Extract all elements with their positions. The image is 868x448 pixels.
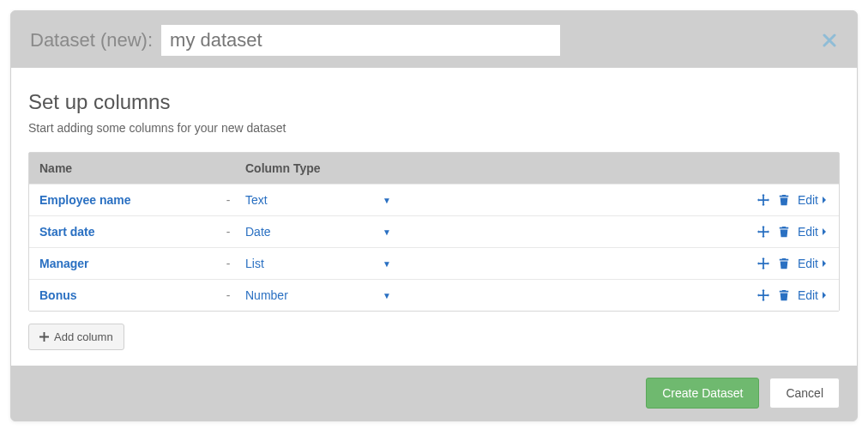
trash-icon xyxy=(778,289,790,301)
close-icon xyxy=(823,33,836,47)
table-header: Name Column Type xyxy=(29,153,839,184)
edit-button[interactable]: Edit xyxy=(798,193,829,207)
trash-icon xyxy=(778,194,790,206)
trash-icon xyxy=(778,226,790,238)
move-handle[interactable] xyxy=(756,193,770,207)
column-type-select[interactable]: Number xyxy=(245,288,383,302)
move-icon xyxy=(757,257,769,269)
dialog-body: Set up columns Start adding some columns… xyxy=(11,68,857,366)
chevron-right-icon xyxy=(820,227,829,236)
cancel-button[interactable]: Cancel xyxy=(769,378,840,409)
chevron-right-icon xyxy=(820,196,829,204)
header-type: Column Type xyxy=(245,161,383,175)
caret-down-icon[interactable]: ▼ xyxy=(383,227,400,237)
column-type-select[interactable]: Date xyxy=(245,225,383,239)
delete-button[interactable] xyxy=(777,193,791,207)
move-icon xyxy=(757,194,769,206)
dataset-label: Dataset (new): xyxy=(30,29,153,51)
columns-table: Name Column Type Employee name - Text ▼ xyxy=(28,152,840,312)
column-name[interactable]: Manager xyxy=(39,257,211,270)
section-title: Set up columns xyxy=(28,90,840,114)
caret-down-icon[interactable]: ▼ xyxy=(383,259,400,269)
add-column-button[interactable]: Add column xyxy=(28,324,124,350)
edit-label: Edit xyxy=(798,193,818,207)
move-handle[interactable] xyxy=(756,257,770,270)
edit-label: Edit xyxy=(798,225,818,239)
dialog-footer: Create Dataset Cancel xyxy=(11,366,857,421)
dash: - xyxy=(211,193,245,207)
dialog-header: Dataset (new): xyxy=(11,11,857,68)
chevron-right-icon xyxy=(820,291,829,300)
header-name: Name xyxy=(39,161,211,175)
new-dataset-dialog: Dataset (new): Set up columns Start addi… xyxy=(10,10,858,421)
column-name[interactable]: Start date xyxy=(39,225,211,239)
table-row: Employee name - Text ▼ Edit xyxy=(29,184,839,215)
table-row: Start date - Date ▼ Edit xyxy=(29,215,839,247)
plus-icon xyxy=(39,332,49,342)
edit-label: Edit xyxy=(798,288,818,302)
delete-button[interactable] xyxy=(777,288,791,302)
caret-down-icon[interactable]: ▼ xyxy=(383,291,400,300)
move-handle[interactable] xyxy=(756,225,770,239)
dash: - xyxy=(211,225,245,239)
table-row: Manager - List ▼ Edit xyxy=(29,247,839,279)
section-subtitle: Start adding some columns for your new d… xyxy=(28,121,840,135)
move-handle[interactable] xyxy=(756,288,770,302)
move-icon xyxy=(757,289,769,301)
dash: - xyxy=(211,288,245,302)
column-name[interactable]: Employee name xyxy=(39,193,211,207)
add-column-label: Add column xyxy=(54,330,113,343)
column-name[interactable]: Bonus xyxy=(39,288,211,302)
column-type-select[interactable]: List xyxy=(245,257,383,270)
chevron-right-icon xyxy=(820,259,829,268)
dataset-name-input[interactable] xyxy=(161,25,560,56)
edit-button[interactable]: Edit xyxy=(798,288,829,302)
edit-label: Edit xyxy=(798,257,818,270)
delete-button[interactable] xyxy=(777,225,791,239)
table-row: Bonus - Number ▼ Edit xyxy=(29,279,839,311)
dash: - xyxy=(211,257,245,270)
caret-down-icon[interactable]: ▼ xyxy=(383,196,400,205)
edit-button[interactable]: Edit xyxy=(798,257,829,270)
move-icon xyxy=(757,226,769,238)
create-dataset-button[interactable]: Create Dataset xyxy=(646,378,759,409)
trash-icon xyxy=(778,257,790,269)
column-type-select[interactable]: Text xyxy=(245,193,383,207)
delete-button[interactable] xyxy=(777,257,791,270)
edit-button[interactable]: Edit xyxy=(798,225,829,239)
close-button[interactable] xyxy=(821,32,838,49)
